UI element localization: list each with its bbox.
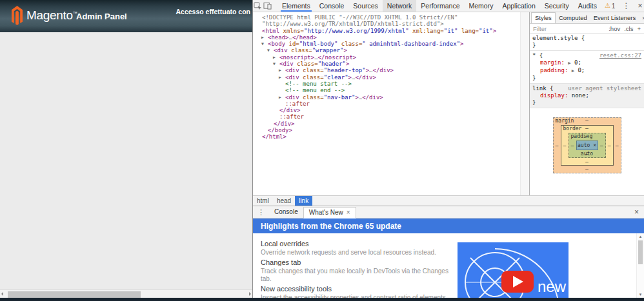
- svg-text:new: new: [538, 278, 567, 295]
- styles-filter-input[interactable]: Filter: [533, 25, 547, 32]
- tab-close-icon[interactable]: ×: [347, 207, 350, 218]
- crumb-link[interactable]: link: [295, 196, 312, 206]
- padding-top-value[interactable]: –: [585, 133, 589, 139]
- scroll-right-arrow-icon[interactable]: [249, 292, 251, 296]
- chrome-65-video-thumbnail[interactable]: new 65: [458, 242, 569, 298]
- rule-universal[interactable]: reset.css:27 * { margin: ▶ 0; padding: ▶…: [530, 51, 644, 84]
- border-top-value[interactable]: –: [585, 126, 589, 131]
- drawer-close-icon[interactable]: ×: [629, 208, 644, 217]
- tree-line[interactable]: <!-- menu end -->: [253, 87, 520, 93]
- expand-arrow-icon[interactable]: ▶: [568, 61, 570, 66]
- tree-line[interactable]: ▶<div class="nav-bar">…</div>: [253, 94, 520, 101]
- margin-bottom-value[interactable]: –: [585, 167, 589, 173]
- page-horizontal-scrollbar[interactable]: [0, 289, 252, 298]
- box-model-content[interactable]: auto × auto: [576, 141, 598, 150]
- feature-title-link[interactable]: Changes tab: [261, 258, 454, 267]
- box-model-border[interactable]: border – – – – padding – – – – auto × au…: [561, 125, 614, 166]
- scrollbar-thumb[interactable]: [638, 240, 643, 264]
- toggle-classes[interactable]: .cls: [624, 25, 633, 32]
- margin-top-value[interactable]: –: [585, 118, 589, 124]
- tree-line[interactable]: </div>: [253, 121, 520, 127]
- box-model-padding[interactable]: padding – – – – auto × auto: [569, 133, 606, 158]
- feature-title-link[interactable]: New accessibility tools: [261, 285, 454, 293]
- inspect-element-icon[interactable]: [254, 1, 262, 12]
- tab-application[interactable]: Application: [498, 0, 539, 12]
- tab-memory[interactable]: Memory: [464, 0, 498, 12]
- css-property[interactable]: margin: ▶ 0;: [532, 59, 641, 67]
- tree-toggle-arrow-icon[interactable]: ▼: [267, 47, 274, 53]
- tree-line[interactable]: </div>: [253, 107, 520, 113]
- tree-line[interactable]: ▶<div class="clear">…</div>: [253, 74, 520, 81]
- box-model-margin[interactable]: margin – – – – border – – – – padding –: [553, 117, 621, 173]
- scroll-left-arrow-icon[interactable]: [1, 292, 3, 296]
- tree-line[interactable]: <!DOCTYPE html PUBLIC "-//W3C//DTD XHTML…: [253, 14, 520, 21]
- toggle-hover-state[interactable]: :hov: [609, 25, 620, 32]
- padding-left-value[interactable]: –: [571, 142, 574, 148]
- tab-elements[interactable]: Elements: [277, 0, 315, 12]
- tree-line[interactable]: ::after: [253, 113, 520, 120]
- crumb-head[interactable]: head: [273, 196, 295, 206]
- border-right-value[interactable]: –: [608, 142, 611, 148]
- feature-title-link[interactable]: Local overrides: [261, 240, 454, 248]
- tab-security[interactable]: Security: [540, 0, 574, 12]
- border-left-value[interactable]: –: [563, 142, 567, 148]
- crumb-html[interactable]: html: [253, 196, 273, 206]
- rule-element-style[interactable]: element.style { }: [530, 34, 644, 51]
- scrollbar-thumb[interactable]: [8, 291, 141, 298]
- tree-line[interactable]: <!-- menu start -->: [253, 81, 520, 87]
- dom-tree-scrollbar[interactable]: [520, 12, 529, 195]
- tree-toggle-arrow-icon[interactable]: ▶: [279, 74, 285, 81]
- tab-computed[interactable]: Computed: [556, 13, 590, 23]
- box-model-diagram[interactable]: margin – – – – border – – – – padding –: [553, 117, 621, 173]
- tab-console[interactable]: Console: [315, 0, 349, 12]
- warnings-badge[interactable]: ⚠ 1: [601, 3, 619, 10]
- property-value: 0;: [574, 59, 581, 66]
- border-bottom-value[interactable]: –: [585, 159, 589, 165]
- tree-toggle-arrow-icon[interactable]: ▼: [261, 41, 268, 47]
- tree-toggle-arrow-icon[interactable]: ▼: [273, 61, 279, 67]
- tree-line[interactable]: </html>: [253, 133, 520, 140]
- scroll-up-icon[interactable]: ▲: [637, 235, 644, 238]
- tree-toggle-arrow-icon[interactable]: ▶: [273, 54, 279, 61]
- drawer-tab-whats-new[interactable]: What's New ×: [303, 207, 356, 218]
- tree-toggle-arrow-icon[interactable]: ▶: [279, 67, 285, 73]
- rule-user-agent[interactable]: user agent stylesheet link { display: no…: [530, 84, 644, 108]
- tree-line[interactable]: ::after: [253, 101, 520, 107]
- padding-bottom-value[interactable]: –: [585, 151, 589, 157]
- tree-line[interactable]: ▶<head>…</head>: [253, 34, 520, 41]
- devtools-close-icon[interactable]: ×: [634, 0, 644, 12]
- tree-line[interactable]: ▼<div class="header">: [253, 61, 520, 67]
- property-name: margin:: [540, 59, 565, 66]
- whats-new-scrollbar[interactable]: ▲ ▼: [636, 233, 644, 298]
- drawer-menu-icon[interactable]: ⋮: [253, 208, 269, 217]
- tree-line[interactable]: ▶<noscript>…</noscript>: [253, 54, 520, 61]
- expand-arrow-icon[interactable]: ▶: [572, 68, 574, 73]
- new-style-rule-button[interactable]: +: [637, 25, 641, 32]
- tab-performance[interactable]: Performance: [416, 0, 464, 12]
- tree-line[interactable]: ▼<div class="wrapper">: [253, 47, 520, 53]
- stylesheet-link[interactable]: reset.css:27: [599, 52, 641, 59]
- margin-right-value[interactable]: –: [616, 142, 619, 148]
- scroll-down-icon[interactable]: ▼: [637, 293, 644, 296]
- device-toolbar-icon[interactable]: [263, 1, 272, 12]
- tree-toggle-arrow-icon[interactable]: ▶: [261, 34, 268, 41]
- css-property[interactable]: padding: ▶ 0;: [532, 67, 641, 75]
- margin-left-value[interactable]: –: [556, 142, 559, 148]
- tab-styles[interactable]: Styles: [531, 12, 556, 23]
- tree-line[interactable]: <html xmlns="http://www.w3.org/1999/xhtm…: [253, 28, 520, 34]
- tree-line[interactable]: ▼<body id="html-body" class=" adminhtml-…: [253, 41, 520, 47]
- tree-line[interactable]: "http://www.w3.org/TR/xhtml1/DTD/xhtml1-…: [253, 21, 520, 27]
- tab-audits[interactable]: Audits: [574, 0, 601, 12]
- style-rules: element.style { } reset.css:27 * { margi…: [530, 34, 644, 108]
- tree-line[interactable]: </body>: [253, 127, 520, 133]
- padding-right-value[interactable]: –: [600, 142, 603, 148]
- tree-toggle-arrow-icon[interactable]: ▶: [279, 94, 285, 101]
- drawer-tab-console[interactable]: Console: [269, 206, 303, 218]
- more-tabs-icon[interactable]: »: [639, 13, 644, 23]
- tab-event-listeners[interactable]: Event Listeners: [590, 13, 639, 23]
- tree-line[interactable]: ▶<div class="header-top">…</div>: [253, 67, 520, 73]
- devtools-menu-icon[interactable]: ⋮: [618, 0, 634, 12]
- tab-sources[interactable]: Sources: [348, 0, 383, 12]
- tab-network[interactable]: Network: [383, 0, 417, 12]
- css-property[interactable]: display: none;: [532, 92, 641, 99]
